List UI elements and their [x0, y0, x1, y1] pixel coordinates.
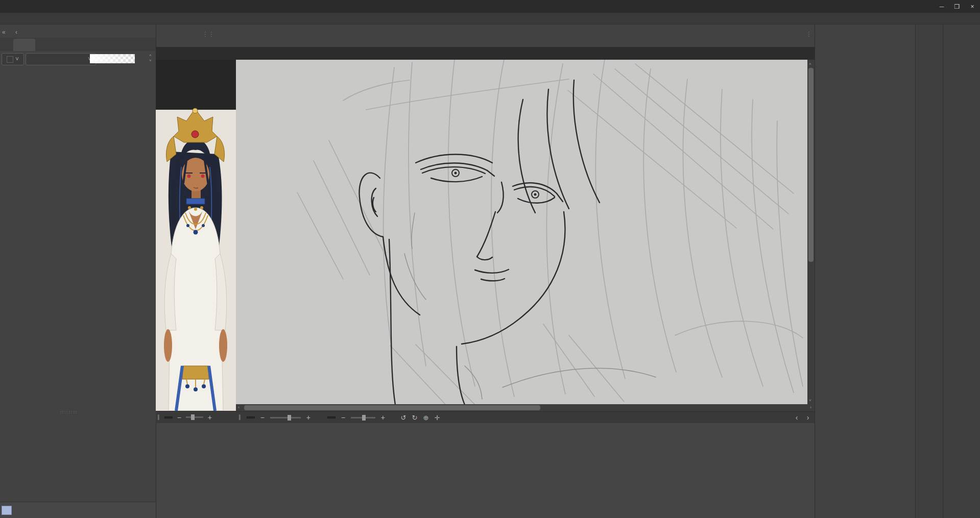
reference-canvas[interactable]	[156, 60, 236, 411]
layer-template-icon	[7, 56, 13, 63]
layers-icon	[18, 40, 28, 50]
opacity-spin-up-icon[interactable]: ˄	[149, 53, 152, 58]
zoom-in-button[interactable]: +	[305, 413, 312, 422]
reference-statusbar: ▍ − +	[156, 411, 236, 423]
zoom-value[interactable]	[247, 416, 255, 418]
canvas-vertical-scrollbar[interactable]: ˄ ˅	[807, 60, 815, 404]
fit-screen-icon[interactable]: ⊕	[422, 414, 429, 422]
document-tabbar	[156, 47, 815, 60]
ref-zoom-slider[interactable]	[186, 416, 203, 418]
rotation-slider[interactable]	[351, 417, 375, 418]
navigator-icon[interactable]: ✛	[434, 414, 441, 422]
title-bar: ─ ❒ ×	[0, 0, 980, 13]
window-controls: ─ ❒ ×	[934, 0, 980, 13]
scroll-right-icon[interactable]: ›	[810, 405, 811, 410]
rotate-right-button[interactable]: +	[379, 413, 387, 422]
edge-toolbar	[915, 24, 943, 518]
ref-grip-icon: ▍	[158, 415, 161, 420]
zoom-out-button[interactable]: −	[259, 413, 266, 422]
opacity-spin-down-icon[interactable]: ˅	[149, 58, 152, 63]
rotation-value[interactable]	[327, 416, 336, 418]
quick-access-bar	[943, 24, 980, 518]
scroll-left-icon[interactable]: ‹	[238, 405, 240, 410]
right-palettes	[815, 24, 916, 518]
current-tool-chip[interactable]	[2, 506, 12, 515]
ref-zoom-in-button[interactable]: +	[206, 413, 213, 422]
toolbar-grip-icon[interactable]: ⋮⋮	[202, 31, 214, 38]
prev-view-icon[interactable]: ‹	[793, 413, 800, 422]
clip-studio-window: ─ ❒ × « ‹ ⋮⋮ ⋮⋮ ›»⋮⋮›»‹»« « ‹	[0, 0, 980, 518]
reference-image	[156, 60, 236, 411]
canvas-horizontal-scrollbar[interactable]: ‹ ›	[236, 404, 815, 411]
zoom-slider[interactable]	[270, 417, 301, 418]
rotate-left-button[interactable]: −	[340, 413, 347, 422]
menu-bar	[0, 13, 980, 24]
scroll-up-icon[interactable]: ˄	[809, 62, 811, 66]
status-grip-icon: ▍	[239, 415, 243, 420]
palette-menu-icon[interactable]	[2, 40, 11, 49]
panel-splitter-handle[interactable]: ∷∷∷∷	[60, 410, 78, 415]
main-canvas[interactable]	[236, 60, 807, 404]
palette-back-icon[interactable]: ‹	[15, 29, 17, 36]
tab-camada[interactable]	[13, 39, 35, 51]
ref-zoom-value[interactable]	[164, 416, 173, 418]
layer-palette: « ‹ ˅ ˅ ˄ ˅	[0, 24, 156, 518]
ref-zoom-out-button[interactable]: −	[176, 413, 183, 422]
layer-template-select[interactable]: ˅	[2, 53, 24, 65]
rotate-cw-icon[interactable]: ↻	[411, 414, 418, 422]
blend-mode-select[interactable]: ˅	[26, 53, 96, 65]
palette-collapse-icon[interactable]: «	[2, 29, 6, 36]
scroll-down-icon[interactable]: ˅	[809, 398, 811, 403]
rotate-reset-icon[interactable]: ↺	[400, 414, 407, 422]
opacity-slider[interactable]	[90, 54, 135, 63]
layer-list	[0, 85, 156, 387]
maximize-button[interactable]: ❒	[949, 0, 965, 13]
close-button[interactable]: ×	[965, 0, 980, 13]
layer-footer	[0, 502, 156, 518]
next-view-icon[interactable]: ›	[804, 413, 811, 422]
canvas-statusbar: ▍ − + − + ↺ ↻ ⊕ ✛ ‹ ›	[236, 411, 815, 423]
canvas-sketch	[236, 60, 807, 404]
blend-row: ˅ ˅ ˄ ˅	[0, 52, 156, 66]
palette-tabbar	[0, 38, 156, 51]
minimize-button[interactable]: ─	[934, 0, 949, 13]
layer-toolbar	[0, 66, 156, 84]
